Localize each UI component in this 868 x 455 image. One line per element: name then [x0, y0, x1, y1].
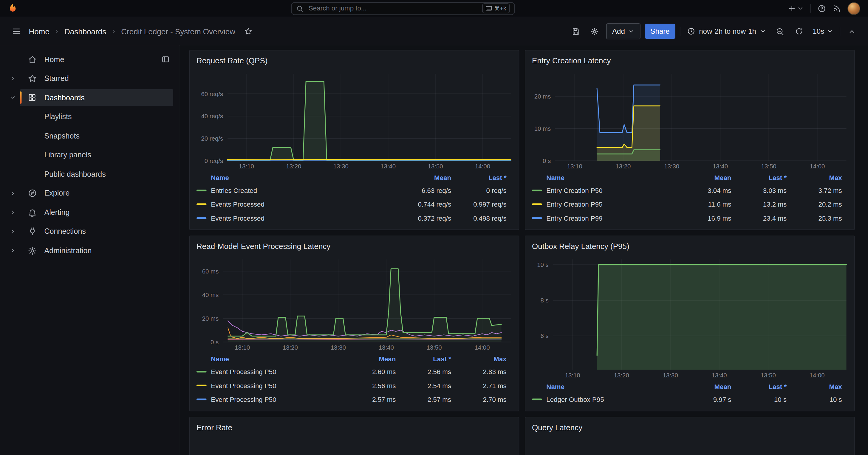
svg-text:13:50: 13:50 [761, 163, 776, 170]
svg-text:13:40: 13:40 [380, 163, 396, 170]
panel-legend: NameMeanLast *MaxEvent Processing P502.6… [190, 352, 519, 411]
sidebar-item-alerting[interactable]: Alerting [0, 203, 179, 222]
legend-column-mean[interactable]: Mean [676, 383, 732, 391]
chevron-down-icon[interactable] [6, 90, 20, 105]
legend-value: 23.4 ms [731, 215, 786, 222]
panel-legend: NameMeanLast *MaxLedger Outbox P959.97 s… [525, 380, 854, 411]
legend-value: 2.56 ms [396, 368, 451, 376]
panel-title[interactable]: Outbox Relay Latency (P95) [525, 236, 854, 254]
sidebar-item-explore[interactable]: Explore [0, 183, 179, 203]
legend-series-name[interactable]: Entries Created [196, 187, 396, 194]
legend-series-name[interactable]: Event Processing P50 [196, 368, 341, 376]
refresh-interval-picker[interactable]: 10s [810, 24, 835, 39]
sidebar-item-starred[interactable]: Starred [0, 69, 179, 88]
legend-value: 2.83 ms [451, 368, 506, 376]
chevron-right-icon[interactable] [6, 72, 20, 86]
svg-text:0 s: 0 s [211, 339, 219, 345]
chevron-right-icon [54, 28, 60, 34]
legend-column-last[interactable]: Last * [731, 383, 786, 391]
sidebar-item-playlists[interactable]: Playlists [0, 107, 179, 126]
svg-text:13:30: 13:30 [331, 344, 346, 351]
time-range-picker[interactable]: now-2h to now-1h [685, 24, 768, 39]
zoom-out-icon[interactable] [773, 24, 787, 38]
share-button[interactable]: Share [645, 24, 675, 39]
panel-legend: NameMeanLast *Entries Created6.63 req/s0… [190, 171, 519, 230]
breadcrumb-current: Credit Ledger - System Overview [121, 27, 235, 36]
time-series-chart[interactable] [192, 435, 515, 455]
breadcrumb-home[interactable]: Home [29, 27, 50, 36]
dock-menu-icon[interactable] [161, 50, 170, 69]
chevron-right-icon[interactable] [6, 243, 20, 258]
time-series-chart[interactable]: 0 s20 ms40 ms60 ms13:1013:2013:3013:4013… [192, 254, 515, 352]
time-series-chart[interactable]: 0 req/s20 req/s40 req/s60 req/s13:1013:2… [192, 68, 515, 170]
sidebar-item-library-panels[interactable]: Library panels [0, 145, 179, 165]
legend-series-name[interactable]: Event Processing P50 [196, 381, 341, 389]
news-icon[interactable] [833, 4, 841, 12]
legend-column-name[interactable]: Name [532, 174, 676, 181]
legend-series-name[interactable]: Events Processed [196, 200, 396, 208]
svg-text:13:30: 13:30 [664, 163, 679, 170]
legend-column-name[interactable]: Name [532, 383, 676, 391]
legend-column-max[interactable]: Max [786, 174, 842, 181]
legend-value: 2.57 ms [396, 396, 451, 403]
legend-column-mean[interactable]: Mean [396, 174, 451, 181]
legend-value: 2.56 ms [341, 381, 396, 389]
favorite-star-icon[interactable] [241, 24, 255, 38]
sidebar-item-dashboards[interactable]: Dashboards [0, 88, 179, 107]
legend-value: 3.03 ms [731, 187, 786, 194]
breadcrumb-dashboards[interactable]: Dashboards [64, 27, 106, 36]
svg-text:13:10: 13:10 [565, 372, 580, 378]
legend-series-name[interactable]: Events Processed [196, 215, 396, 222]
legend-row: Event Processing P502.60 ms2.56 ms2.83 m… [196, 365, 506, 378]
dashboard-canvas: Request Rate (QPS) 0 req/s20 req/s40 req… [180, 46, 868, 455]
chevron-right-icon[interactable] [6, 186, 20, 200]
time-series-chart[interactable]: 0 s10 ms20 ms13:1013:2013:3013:4013:5014… [527, 68, 851, 170]
grafana-logo[interactable] [8, 3, 18, 13]
sidebar-item-public-dashboards[interactable]: Public dashboards [0, 165, 179, 183]
legend-column-max[interactable]: Max [786, 383, 842, 391]
save-dashboard-icon[interactable] [568, 24, 583, 38]
legend-series-name[interactable]: Entry Creation P50 [532, 187, 676, 194]
sidebar-item-home[interactable]: Home [0, 50, 179, 69]
add-panel-button[interactable]: Add [606, 23, 641, 39]
collapse-toolbar-icon[interactable] [845, 24, 859, 38]
panel-title[interactable]: Error Rate [190, 417, 519, 435]
series-color-swatch [196, 398, 206, 400]
sidebar-item-snapshots[interactable]: Snapshots [0, 126, 179, 145]
panel-title[interactable]: Entry Creation Latency [525, 51, 854, 68]
legend-series-name[interactable]: Event Processing P50 [196, 396, 341, 403]
legend-column-max[interactable]: Max [451, 355, 506, 363]
sidebar-item-administration[interactable]: Administration [0, 241, 179, 260]
panel-title[interactable]: Request Rate (QPS) [190, 51, 519, 68]
legend-column-last[interactable]: Last * [396, 355, 451, 363]
legend-series-name[interactable]: Entry Creation P99 [532, 215, 676, 222]
user-avatar[interactable] [847, 2, 860, 15]
svg-text:13:10: 13:10 [239, 163, 254, 170]
panel-title[interactable]: Read-Model Event Processing Latency [190, 236, 519, 254]
legend-column-mean[interactable]: Mean [341, 355, 396, 363]
add-menu-button[interactable] [788, 4, 804, 12]
legend-column-name[interactable]: Name [196, 355, 341, 363]
time-series-chart[interactable] [527, 435, 851, 455]
time-series-chart[interactable]: 6 s8 s10 s13:1013:2013:3013:4013:5014:00 [527, 254, 851, 379]
legend-column-name[interactable]: Name [196, 174, 396, 181]
panel-title[interactable]: Query Latency [525, 417, 854, 435]
refresh-icon[interactable] [792, 24, 806, 38]
legend-value: 25.3 ms [786, 215, 842, 222]
help-icon[interactable] [817, 4, 826, 12]
legend-series-name[interactable]: Ledger Outbox P95 [532, 396, 676, 403]
dashboard-settings-icon[interactable] [587, 24, 601, 38]
mega-menu-icon[interactable] [9, 24, 23, 38]
legend-column-last[interactable]: Last * [731, 174, 786, 181]
chevron-right-icon[interactable] [6, 205, 20, 220]
legend-column-mean[interactable]: Mean [676, 174, 732, 181]
panel-outbox-relay-latency: Outbox Relay Latency (P95) 6 s8 s10 s13:… [525, 235, 855, 411]
legend-series-name[interactable]: Entry Creation P95 [532, 200, 676, 208]
chevron-right-icon[interactable] [6, 224, 20, 238]
toolbar-divider [840, 27, 840, 36]
legend-column-last[interactable]: Last * [451, 174, 506, 181]
svg-text:14:00: 14:00 [810, 372, 825, 378]
sidebar-item-connections[interactable]: Connections [0, 222, 179, 241]
global-search[interactable]: ⌘+k [291, 2, 515, 15]
search-input[interactable] [307, 4, 477, 13]
